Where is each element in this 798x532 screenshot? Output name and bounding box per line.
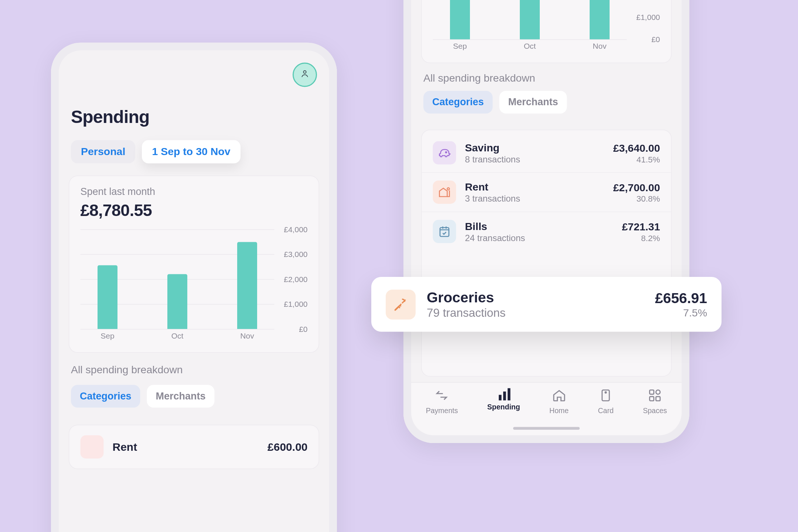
tab-home[interactable]: Home	[549, 388, 569, 415]
tab-spending[interactable]: Spending	[487, 388, 520, 411]
chart-bar	[590, 0, 610, 40]
breakdown-title: All spending breakdown	[423, 72, 669, 84]
x-axis-label: Sep	[100, 331, 114, 340]
svg-rect-7	[649, 390, 654, 394]
category-percent: 7.5%	[655, 307, 707, 319]
category-text: Bills24 transactions	[465, 220, 613, 243]
chart-bar	[98, 265, 117, 329]
category-transactions: 3 transactions	[465, 194, 604, 204]
person-icon	[300, 69, 310, 81]
chart-bar	[450, 0, 470, 40]
breakdown-tabs: Categories Merchants	[71, 385, 317, 408]
x-axis-label: Oct	[524, 42, 536, 51]
svg-point-0	[303, 71, 306, 73]
category-text: Rent3 transactions	[465, 181, 604, 204]
svg-rect-10	[656, 397, 660, 401]
svg-point-6	[605, 392, 606, 393]
category-name: Rent	[113, 440, 259, 453]
date-range-pill[interactable]: 1 Sep to 30 Nov	[142, 140, 240, 164]
category-percent: 30.8%	[613, 193, 660, 203]
chart-y-axis: £1,000£0	[628, 0, 660, 40]
category-amount-block: £2,700.0030.8%	[613, 181, 660, 203]
house-icon	[433, 181, 456, 204]
tab-categories[interactable]: Categories	[71, 385, 140, 408]
breakdown-section: All spending breakdown Categories Mercha…	[423, 72, 669, 114]
phone-left-screen: Spending Personal 1 Sep to 30 Nov Spent …	[59, 51, 329, 532]
tab-label: Spaces	[643, 406, 667, 415]
category-amount-block: £721.318.2%	[622, 221, 660, 243]
x-axis-label: Nov	[240, 331, 254, 340]
popout-text: Groceries 79 transactions	[427, 289, 644, 320]
profile-button[interactable]	[293, 63, 317, 87]
spend-chart-card: £1,000£0 SepOctNov	[421, 0, 672, 63]
chart-bar	[237, 242, 257, 329]
y-axis-label: £1,000	[636, 13, 660, 21]
tab-label: Home	[549, 406, 569, 415]
phone-left-frame: Spending Personal 1 Sep to 30 Nov Spent …	[51, 43, 337, 532]
category-name: Groceries	[427, 289, 644, 306]
y-axis-label: £1,000	[284, 300, 307, 309]
phone-right-screen: £1,000£0 SepOctNov All spending breakdow…	[411, 0, 682, 435]
category-name: Saving	[465, 141, 604, 155]
spending-bar-chart: £0£1,000£2,000£3,000£4,000 SepOctNov	[81, 229, 308, 344]
category-transactions: 24 transactions	[465, 233, 613, 243]
y-axis-label: £0	[651, 35, 660, 44]
svg-rect-3	[440, 228, 449, 237]
chart-x-axis: SepOctNov	[433, 42, 627, 55]
list-item[interactable]: Rent £600.00	[81, 435, 308, 459]
chart-x-axis: SepOctNov	[81, 331, 274, 344]
chart-gridline	[81, 329, 274, 330]
category-percent: 41.5%	[613, 154, 660, 164]
bottom-tab-bar: Payments Spending Home	[411, 382, 682, 435]
carrot-icon	[386, 289, 416, 319]
card-icon	[598, 388, 613, 405]
tab-card[interactable]: Card	[598, 388, 614, 415]
category-amount: £3,640.00	[613, 142, 660, 154]
popout-amount: £656.91 7.5%	[655, 290, 707, 319]
chart-bar	[520, 0, 540, 40]
chart-gridline	[81, 229, 274, 230]
spend-amount: £8,780.55	[81, 201, 308, 220]
category-popout-groceries[interactable]: Groceries 79 transactions £656.91 7.5%	[371, 277, 722, 332]
x-axis-label: Sep	[453, 42, 467, 51]
list-item[interactable]: Saving8 transactions£3,640.0041.5%	[422, 134, 671, 172]
home-icon	[552, 388, 566, 405]
home-indicator	[513, 427, 580, 430]
x-axis-label: Nov	[593, 42, 606, 51]
category-transactions: 79 transactions	[427, 306, 644, 320]
tab-merchants[interactable]: Merchants	[147, 385, 215, 408]
category-list-card: Saving8 transactions£3,640.0041.5%Rent3 …	[421, 130, 672, 377]
svg-point-2	[447, 188, 450, 190]
tab-payments[interactable]: Payments	[426, 388, 458, 415]
tab-categories[interactable]: Categories	[423, 91, 493, 114]
tab-spaces[interactable]: Spaces	[643, 388, 667, 415]
y-axis-label: £0	[299, 325, 307, 333]
account-pill-personal[interactable]: Personal	[71, 140, 135, 164]
category-amount-block: £3,640.0041.5%	[613, 142, 660, 164]
tab-label: Payments	[426, 406, 458, 415]
list-item[interactable]: Rent3 transactions£2,700.0030.8%	[422, 172, 671, 212]
page-title: Spending	[71, 107, 150, 128]
category-list-card: Rent £600.00	[69, 425, 319, 469]
x-axis-label: Oct	[171, 331, 184, 340]
category-text: Saving8 transactions	[465, 141, 604, 165]
pig-icon	[433, 141, 456, 165]
rent-icon	[81, 435, 104, 459]
spend-label: Spent last month	[81, 186, 308, 198]
chart-bar	[167, 274, 187, 329]
tab-label: Spending	[487, 403, 520, 411]
tab-merchants[interactable]: Merchants	[499, 91, 567, 114]
category-amount: £600.00	[267, 440, 307, 453]
list-item[interactable]: Bills24 transactions£721.318.2%	[422, 212, 671, 251]
tab-label: Card	[598, 406, 614, 415]
y-axis-label: £4,000	[284, 225, 307, 234]
filter-pills: Personal 1 Sep to 30 Nov	[71, 140, 241, 164]
category-percent: 8.2%	[622, 233, 660, 243]
chart-gridline	[433, 40, 627, 40]
spend-summary-card: Spent last month £8,780.55 £0£1,000£2,00…	[69, 176, 319, 353]
category-amount: £2,700.00	[613, 181, 660, 193]
category-amount: £656.91	[655, 290, 707, 307]
spending-bar-chart: £1,000£0 SepOctNov	[433, 0, 660, 55]
transfer-icon	[435, 388, 449, 405]
breakdown-tabs: Categories Merchants	[423, 91, 669, 114]
